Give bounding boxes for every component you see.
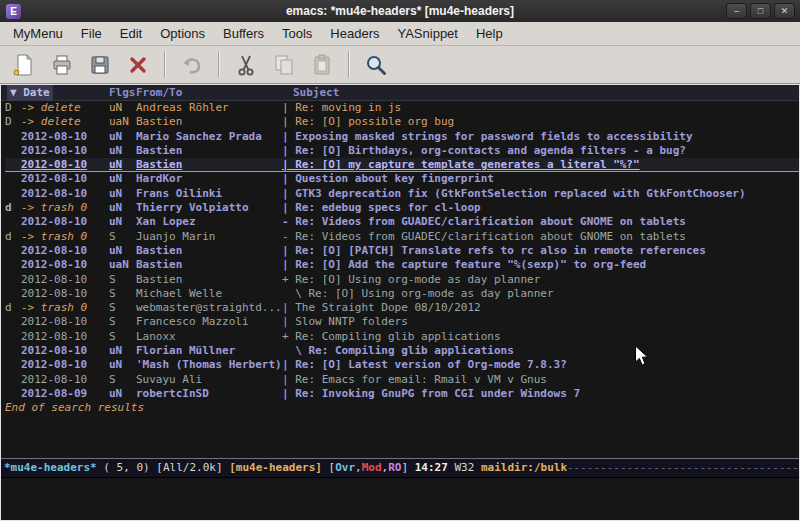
message-row[interactable]: 2012-08-10uNBastien| Re: [O] my capture … — [5, 158, 799, 172]
new-file-icon — [12, 53, 36, 77]
flags-cell: uN — [109, 387, 136, 401]
modeline-buffer-name: *mu4e-headers* — [4, 461, 97, 474]
date-cell: -> delete — [21, 115, 109, 129]
menu-item-options[interactable]: Options — [151, 23, 214, 44]
modeline-comma: , — [355, 461, 362, 474]
subject-cell: + Re: Compiling glib applications — [282, 330, 799, 344]
column-from-to[interactable]: From/To — [136, 85, 182, 101]
modeline-size: [All/2.0k] — [156, 461, 229, 474]
paste-button[interactable] — [306, 50, 338, 80]
subject-cell: | GTK3 deprecation fix (GtkFontSelection… — [282, 187, 799, 201]
from-cell: Bastien — [136, 158, 282, 171]
date-cell: -> trash 0 — [21, 230, 109, 244]
flags-cell: S — [109, 287, 136, 301]
maximize-button[interactable]: □ — [750, 3, 771, 19]
menu-item-help[interactable]: Help — [467, 23, 512, 44]
menu-item-edit[interactable]: Edit — [111, 23, 151, 44]
mark-cell: d — [5, 201, 21, 215]
headers-list: D-> deleteuNAndreas Röhler| Re: moving i… — [5, 101, 799, 401]
mark-cell — [5, 158, 21, 171]
close-button[interactable]: ✕ — [774, 3, 795, 19]
message-row[interactable]: 2012-08-10uNBastien| Re: [O] [PATCH] Tra… — [5, 244, 799, 258]
subject-cell: | The Straight Dope 08/10/2012 — [282, 301, 799, 315]
date-cell: 2012-08-10 — [21, 330, 109, 344]
minimize-button[interactable]: – — [726, 3, 747, 19]
message-row[interactable]: 2012-08-10uNFrans Oilinki| GTK3 deprecat… — [5, 187, 799, 201]
new-file-button[interactable] — [8, 50, 40, 80]
message-row[interactable]: 2012-08-10uNFlorian Müllner \ Re: Compil… — [5, 344, 799, 358]
sort-column-date[interactable]: ▼ Date — [7, 85, 53, 101]
message-row[interactable]: 2012-08-10uNBastien| Re: [O] Birthdays, … — [5, 144, 799, 158]
menu-item-file[interactable]: File — [72, 23, 111, 44]
menu-item-yasnippet[interactable]: YASnippet — [388, 23, 466, 44]
message-row[interactable]: D-> deleteuNAndreas Röhler| Re: moving i… — [5, 101, 799, 115]
menu-item-mymenu[interactable]: MyMenu — [4, 23, 72, 44]
toolbar-separator — [348, 52, 350, 78]
toolbar-separator — [218, 52, 220, 78]
mark-cell — [5, 287, 21, 301]
copy-button[interactable] — [268, 50, 300, 80]
emacs-window: E emacs: *mu4e-headers* [mu4e-headers] –… — [0, 0, 800, 521]
window-controls: – □ ✕ — [726, 3, 800, 19]
message-row[interactable]: 2012-08-10uNHardKor| Question about key … — [5, 172, 799, 186]
undo-icon — [180, 53, 204, 77]
column-subject[interactable]: Subject — [293, 85, 339, 101]
mark-cell — [5, 373, 21, 387]
menu-item-buffers[interactable]: Buffers — [214, 23, 273, 44]
date-cell: -> trash 0 — [21, 301, 109, 315]
menu-item-headers[interactable]: Headers — [321, 23, 388, 44]
column-flags[interactable]: Flgs — [109, 85, 136, 101]
message-row[interactable]: 2012-08-10SSuvayu Ali| Re: Emacs for ema… — [5, 373, 799, 387]
message-row[interactable]: d-> trash 0Swebmaster@straightd...| The … — [5, 301, 799, 315]
message-row[interactable]: d-> trash 0uNThierry Volpiatto| Re: edeb… — [5, 201, 799, 215]
flags-cell: uN — [109, 158, 136, 171]
date-cell: 2012-08-10 — [21, 273, 109, 287]
from-cell: Michael Welle — [136, 287, 282, 301]
flags-cell: S — [109, 330, 136, 344]
message-row[interactable]: D-> deleteuaNBastien| Re: [O] possible o… — [5, 115, 799, 129]
flags-cell: S — [109, 301, 136, 315]
save-button[interactable] — [84, 50, 116, 80]
message-row[interactable]: d-> trash 0SJuanjo Marin- Re: Videos fro… — [5, 230, 799, 244]
toolbar-separator — [164, 52, 166, 78]
date-cell: 2012-08-10 — [21, 144, 109, 158]
message-row[interactable]: 2012-08-10SMichael Welle \ Re: [O] Using… — [5, 287, 799, 301]
message-row[interactable]: 2012-08-10uNXan Lopez- Re: Videos from G… — [5, 215, 799, 229]
from-cell: Bastien — [136, 273, 282, 287]
subject-cell: | Exposing masked strings for password f… — [282, 130, 799, 144]
message-row[interactable]: 2012-08-10SBastien+ Re: [O] Using org-mo… — [5, 273, 799, 287]
cut-button[interactable] — [230, 50, 262, 80]
print-button[interactable] — [46, 50, 78, 80]
subject-cell: | Slow NNTP folders — [282, 315, 799, 329]
mark-cell — [5, 130, 21, 144]
message-row[interactable]: 2012-08-10uN'Mash (Thomas Herbert)| Re: … — [5, 358, 799, 372]
message-row[interactable]: 2012-08-10uaNBastien| Re: [O] Add the ca… — [5, 258, 799, 272]
mark-cell — [5, 330, 21, 344]
end-of-results-message: End of search results — [5, 401, 799, 415]
message-row[interactable]: 2012-08-09uNrobertcInSD| Re: Invoking Gn… — [5, 387, 799, 401]
search-button[interactable] — [360, 50, 392, 80]
subject-cell: | Re: [O] possible org bug — [282, 115, 799, 129]
mark-cell — [5, 344, 21, 358]
subject-cell: | Re: [O] Latest version of Org-mode 7.8… — [282, 358, 799, 372]
date-cell: -> trash 0 — [21, 201, 109, 215]
from-cell: Francesco Mazzoli — [136, 315, 282, 329]
modeline-maildir: maildir:/bulk — [481, 461, 567, 474]
modeline-filler-dashes: ----------------------------------------… — [567, 461, 799, 474]
menu-item-tools[interactable]: Tools — [273, 23, 321, 44]
mark-cell — [5, 144, 21, 158]
subject-cell: - Re: Videos from GUADEC/clarification a… — [282, 215, 799, 229]
modeline-time: 14:27 — [415, 461, 455, 474]
undo-button[interactable] — [176, 50, 208, 80]
close-buffer-button[interactable] — [122, 50, 154, 80]
subject-cell: | Re: edebug specs for cl-loop — [282, 201, 799, 215]
message-row[interactable]: 2012-08-10uNMario Sanchez Prada| Exposin… — [5, 130, 799, 144]
message-row[interactable]: 2012-08-10SLanoxx+ Re: Compiling glib ap… — [5, 330, 799, 344]
date-cell: 2012-08-10 — [21, 187, 109, 201]
subject-cell: | Re: [O] Add the capture feature "%(sex… — [282, 258, 799, 272]
mu4e-headers-buffer[interactable]: ▼ Date Flgs From/To Subject D-> deleteuN… — [1, 85, 799, 458]
mark-cell — [5, 258, 21, 272]
headers-column-header: ▼ Date Flgs From/To Subject — [1, 85, 799, 101]
message-row[interactable]: 2012-08-10SFrancesco Mazzoli| Slow NNTP … — [5, 315, 799, 329]
modeline-major-mode: [mu4e-headers] — [229, 461, 328, 474]
